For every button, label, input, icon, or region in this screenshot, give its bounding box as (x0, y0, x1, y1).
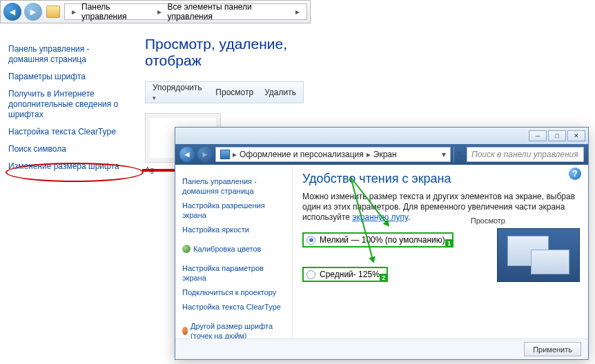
shield-icon (182, 245, 191, 253)
minimize-button[interactable]: ─ (529, 130, 547, 141)
sidebar-item-font-size[interactable]: Изменение размера шрифта (8, 161, 130, 172)
section-title: Удобство чтения с экрана (302, 172, 578, 186)
wside-dpi[interactable]: Другой размер шрифта (точек на дюйм) (191, 321, 285, 338)
sidebar-item-find-symbol[interactable]: Поиск символа (8, 144, 130, 154)
sidebar-item-cleartype[interactable]: Настройка текста ClearType (8, 127, 130, 137)
chevron-right-icon: ▸ (293, 7, 302, 17)
shield-icon (182, 327, 188, 335)
display-icon (220, 150, 230, 159)
apply-button[interactable]: Применить (524, 342, 581, 356)
chevron-right-icon: ▸ (69, 7, 79, 17)
wside-calibration[interactable]: Калибровка цветов (193, 244, 261, 254)
preview-window-icon (531, 250, 569, 274)
window-main: Удобство чтения с экрана Можно изменить … (293, 165, 588, 338)
breadcrumb-bar: ◄ ► ▸ Панель управления ▸ Все элементы п… (0, 0, 311, 23)
wside-cleartype[interactable]: Настройка текста ClearType (182, 302, 285, 312)
sidebar: Панель управления - домашняя страница Па… (0, 23, 138, 192)
breadcrumb-1[interactable]: Оформление и персонализация (240, 150, 364, 159)
chevron-right-icon: ▸ (155, 7, 164, 17)
back-button[interactable]: ◄ (3, 3, 21, 21)
sidebar-item-online-fonts[interactable]: Получить в Интернете дополнительные свед… (8, 89, 130, 120)
desc-text-end: . (408, 212, 410, 222)
close-button[interactable]: ✕ (567, 130, 585, 141)
maximize-button[interactable]: □ (548, 130, 566, 141)
window-sidebar: Панель управления - домашняя страница На… (175, 165, 293, 338)
wside-brightness[interactable]: Настройка яркости (182, 225, 285, 234)
window-navbar: ◄ ► ▸ Оформление и персонализация ▸ Экра… (175, 144, 588, 165)
toolbar-view[interactable]: Просмотр (215, 88, 253, 97)
desc-text: Можно изменить размер текста и других эл… (302, 192, 575, 222)
breadcrumb-2[interactable]: Все элементы панели управления (164, 2, 293, 21)
preview-label: Просмотр (471, 216, 505, 225)
wside-display-params[interactable]: Настройка параметров экрана (182, 263, 285, 283)
chevron-right-icon: ▸ (233, 150, 237, 159)
forward-button[interactable]: ► (24, 3, 42, 21)
window-footer: Применить (175, 338, 588, 359)
refresh-icon[interactable]: ↻ (457, 150, 464, 159)
radio-selected-icon[interactable] (306, 236, 315, 245)
sidebar-item-font-params[interactable]: Параметры шрифта (8, 72, 130, 82)
page-title: Просмотр, удаление, отображ (145, 36, 304, 69)
option-medium[interactable]: Средний- 125% 2 (302, 267, 388, 282)
breadcrumb-1[interactable]: Панель управления (79, 2, 155, 21)
display-settings-window: ─ □ ✕ ◄ ► ▸ Оформление и персонализация … (175, 127, 589, 360)
option-label: Средний- 125% (320, 270, 380, 279)
chevron-right-icon: ▸ (367, 150, 371, 159)
folder-icon (46, 6, 60, 18)
forward-button[interactable]: ► (197, 147, 213, 162)
option-small[interactable]: Мелкий — 100% (по умолчанию) 1 (302, 232, 453, 247)
toolbar-organize[interactable]: Упорядочить (153, 83, 204, 102)
toolbar-delete[interactable]: Удалить (264, 88, 296, 97)
separator (453, 147, 454, 162)
breadcrumb[interactable]: ▸ Панель управления ▸ Все элементы панел… (64, 3, 307, 20)
search-input[interactable]: Поиск в панели управления (467, 147, 584, 162)
annotation-badge-1: 1 (445, 239, 453, 247)
option-label: Мелкий — 100% (по умолчанию) (320, 235, 445, 245)
annotation-badge-2: 2 (380, 274, 388, 282)
back-button[interactable]: ◄ (179, 147, 195, 162)
section-description: Можно изменить размер текста и других эл… (302, 192, 578, 223)
wside-home[interactable]: Панель управления - домашняя страница (182, 176, 285, 196)
sidebar-item-home[interactable]: Панель управления - домашняя страница (8, 44, 130, 65)
breadcrumb[interactable]: ▸ Оформление и персонализация ▸ Экран ▾ (215, 147, 451, 162)
wside-resolution[interactable]: Настройка разрешения экрана (182, 201, 285, 220)
toolbar: Упорядочить Просмотр Удалить (145, 81, 304, 103)
breadcrumb-2[interactable]: Экран (373, 150, 397, 159)
radio-icon[interactable] (306, 270, 315, 279)
search-placeholder: Поиск в панели управления (471, 150, 578, 159)
wside-projector[interactable]: Подключиться к проектору (182, 287, 285, 297)
preview-thumbnail (497, 228, 580, 282)
window-titlebar[interactable]: ─ □ ✕ (175, 128, 588, 144)
